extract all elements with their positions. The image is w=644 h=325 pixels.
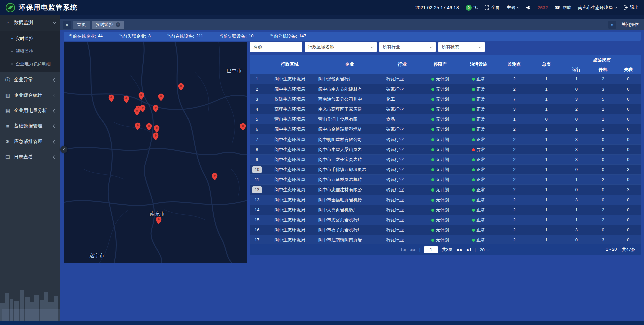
table-row[interactable]: 6阆中生态环境局阆中市金博瑞新型墙材砖瓦行业无计划正常21120 bbox=[250, 124, 641, 134]
sidebar-item-0-1[interactable]: 视频监控 bbox=[0, 45, 60, 58]
lost-count-cell: 3 bbox=[615, 165, 641, 175]
industry-filter-select[interactable]: 所有行业 bbox=[379, 42, 436, 52]
map-pin-icon[interactable] bbox=[135, 122, 140, 130]
sidebar-group-4[interactable]: ≡基础数据管理 bbox=[0, 118, 60, 134]
sidebar-group-2[interactable]: ▥企业综合统计 bbox=[0, 88, 60, 103]
map-pin-icon[interactable] bbox=[138, 92, 144, 100]
status-dot-icon bbox=[472, 239, 475, 242]
status-dot-icon bbox=[472, 78, 475, 81]
table-row[interactable]: 2阆中生态环境局阆中市南方节能建材有砖瓦行业无计划正常21030 bbox=[250, 84, 641, 94]
table-row[interactable]: 4高坪生态环境局南充市高坪区王家店建砖瓦行业无计划正常31220 bbox=[250, 104, 641, 114]
logout-button[interactable]: 退出 bbox=[624, 5, 639, 11]
map-pin-icon[interactable] bbox=[140, 105, 146, 112]
tab-1[interactable]: 实时监控× bbox=[92, 21, 124, 29]
table-row[interactable]: 3仪陇生态环境局西南油气田分公司川中化工无计划正常71350 bbox=[250, 94, 641, 104]
table-row[interactable]: 17阆中生态环境局阆中市江南镇阆南页岩砖瓦行业无计划正常21030 bbox=[250, 235, 641, 244]
table-row[interactable]: 10阆中生态环境局阆中市千佛镇五郎垭页岩砖瓦行业无计划正常21003 bbox=[250, 165, 641, 175]
pagination-bar: ◀ ◀◀ | 共3页 ▶▶ ▶ | 20 bbox=[250, 244, 641, 255]
row-number-cell: 4 bbox=[250, 104, 264, 114]
table-row[interactable]: 7阆中生态环境局阆中明阳建材有限公司砖瓦行业无计划正常21300 bbox=[250, 134, 641, 145]
limit-text: 无计划 bbox=[436, 117, 449, 122]
table-row[interactable]: 1阆中生态环境局阆中强锐页岩砖厂砖瓦行业无计划正常21120 bbox=[250, 74, 641, 84]
last-page-button[interactable]: ▶ bbox=[467, 248, 470, 252]
map-pin-icon[interactable] bbox=[124, 95, 129, 103]
first-page-button[interactable]: ◀ bbox=[401, 248, 405, 252]
theme-button[interactable]: 主题 bbox=[506, 5, 519, 11]
table-row[interactable]: 15阆中生态环境局阆中市光富页岩机砖厂砖瓦行业无计划正常21120 bbox=[250, 215, 641, 225]
facility-text: 正常 bbox=[477, 76, 485, 82]
status-filter-select[interactable]: 所有状态 bbox=[438, 42, 485, 52]
lost-count-cell: 0 bbox=[615, 124, 641, 134]
sound-button[interactable] bbox=[526, 6, 531, 10]
map-pin-icon[interactable] bbox=[153, 105, 159, 112]
monitor-count-cell: 2 bbox=[498, 145, 531, 155]
meter-count-cell: 1 bbox=[531, 124, 562, 134]
col-monitor: 监测点 bbox=[498, 55, 531, 74]
sidebar-group-5[interactable]: ✱应急减排管理 bbox=[0, 134, 60, 149]
region-cell: 阆中生态环境局 bbox=[264, 145, 316, 155]
tab-close-icon[interactable]: × bbox=[116, 22, 120, 27]
table-row[interactable]: 16阆中生态环境局阆中市石子页岩机砖厂砖瓦行业无计划正常21300 bbox=[250, 225, 641, 235]
header-gap bbox=[60, 15, 644, 19]
sidebar-item-0-2[interactable]: 企业电力负荷明细 bbox=[0, 58, 60, 70]
pagination-range: 1 - 20 bbox=[606, 247, 617, 253]
temperature-display: 0 ℃ bbox=[466, 5, 478, 11]
table-row[interactable]: 5营山生态环境局营山县润丰食品有限食品无计划正常10010 bbox=[250, 114, 641, 124]
prev-page-button[interactable]: ◀◀ bbox=[410, 248, 415, 252]
map-pin-icon[interactable] bbox=[154, 125, 159, 133]
close-operations-button[interactable]: 关闭操作 bbox=[621, 22, 639, 28]
row-number: 1 bbox=[256, 76, 258, 82]
sidebar-item-label: 视频监控 bbox=[16, 48, 33, 54]
name-filter-input[interactable] bbox=[250, 42, 302, 52]
map-pin-icon[interactable] bbox=[146, 123, 152, 131]
stop-count-cell: 2 bbox=[591, 124, 616, 134]
table-row[interactable]: 12阆中生态环境局阆中市忠信建材有限公砖瓦行业无计划正常21003 bbox=[250, 185, 641, 195]
sidebar-group-6[interactable]: ▤日志查看 bbox=[0, 149, 60, 165]
region-cell: 阆中生态环境局 bbox=[264, 165, 316, 175]
table-row[interactable]: 9阆中生态环境局阆中市二龙长宝页岩砖砖瓦行业无计划正常21300 bbox=[250, 155, 641, 165]
sidebar-group-0[interactable]: ◔数据监测 bbox=[0, 15, 60, 31]
tabs-scroll-left-button[interactable]: « bbox=[63, 21, 71, 29]
status-dot-icon bbox=[431, 168, 434, 171]
limit-cell: 无计划 bbox=[421, 225, 459, 235]
status-dot-icon bbox=[472, 229, 475, 232]
sidebar-item-0-0[interactable]: 实时监控 bbox=[0, 32, 60, 45]
sidebar-group-1[interactable]: ⓘ企业异常 bbox=[0, 72, 60, 88]
company-cell: 阆中明阳建材有限公司 bbox=[316, 134, 384, 145]
table-row[interactable]: 8阆中生态环境局阆中市枣碧大梁山页岩砖瓦行业无计划异常21300 bbox=[250, 145, 641, 155]
map-panel[interactable]: 巴中市南充市遂宁市 bbox=[64, 42, 247, 263]
tab-0[interactable]: 首页 bbox=[73, 21, 90, 29]
row-number-cell: 8 bbox=[250, 145, 264, 155]
map-pin-icon[interactable] bbox=[109, 94, 114, 102]
map-pin-icon[interactable] bbox=[156, 216, 161, 224]
map-pin-icon[interactable] bbox=[134, 108, 140, 116]
sidebar-group-3[interactable]: ▦企业用电量分析 bbox=[0, 103, 60, 118]
next-page-button[interactable]: ▶▶ bbox=[457, 248, 463, 252]
help-button[interactable]: ☎帮助 bbox=[555, 5, 571, 11]
map-pin-icon[interactable] bbox=[158, 93, 164, 101]
region-cell: 阆中生态环境局 bbox=[264, 235, 316, 244]
table-row[interactable]: 14阆中生态环境局阆中大兴页岩机砖厂砖瓦行业无计划正常21120 bbox=[250, 205, 641, 215]
page-size-select[interactable]: 20 bbox=[480, 247, 489, 252]
region-cell: 营山生态环境局 bbox=[264, 114, 316, 124]
map-pin-icon[interactable] bbox=[240, 123, 246, 131]
row-number-cell: 17 bbox=[250, 235, 264, 244]
table-row[interactable]: 13阆中生态环境局阆中市金福旺页岩机砖砖瓦行业无计划正常21300 bbox=[250, 195, 641, 205]
meter-count-cell: 0 bbox=[531, 114, 562, 124]
page-number-input[interactable] bbox=[424, 246, 438, 253]
map-pin-icon[interactable] bbox=[212, 173, 218, 180]
limit-cell: 无计划 bbox=[421, 114, 459, 124]
org-button[interactable]: 南充市生态环境局 bbox=[578, 5, 617, 11]
table-row[interactable]: 11阆中生态环境局阆中市五马桥页岩机砖砖瓦行业无计划正常21120 bbox=[250, 175, 641, 185]
limit-text: 无计划 bbox=[436, 177, 449, 182]
fullscreen-button[interactable]: 全屏 bbox=[485, 5, 500, 11]
monitor-count-cell: 2 bbox=[498, 165, 531, 175]
stop-count-cell: 0 bbox=[591, 165, 616, 175]
map-pin-icon[interactable] bbox=[153, 132, 159, 140]
tabs-scroll-right-button[interactable]: » bbox=[608, 21, 616, 29]
monitor-count-cell: 2 bbox=[498, 225, 531, 235]
facility-text: 正常 bbox=[477, 207, 485, 212]
region-filter-select[interactable]: 行政区域名称 bbox=[305, 42, 377, 52]
industry-cell: 砖瓦行业 bbox=[383, 205, 421, 215]
map-pin-icon[interactable] bbox=[178, 83, 184, 91]
